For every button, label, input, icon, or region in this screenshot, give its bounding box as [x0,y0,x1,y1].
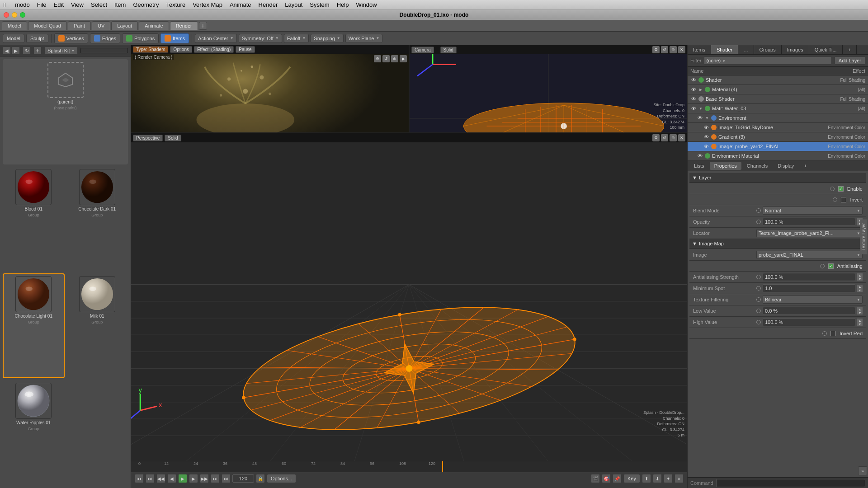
main-icon-4[interactable]: ✕ [678,134,685,141]
shader-row-env-mat[interactable]: 👁 Environment Material Environment Color [688,151,868,161]
work-plane-dropdown[interactable]: Work Plane ▼ [345,34,383,43]
main-icon-3[interactable]: ⊕ [670,134,677,141]
tl-prev[interactable]: ◀◀ [156,474,165,483]
shader-row-base[interactable]: 👁 Base Shader Full Shading [688,94,868,104]
camera-btn[interactable]: Camera [411,47,434,53]
solid-icon-1[interactable]: ⚙ [652,46,660,53]
material-choc-light[interactable]: Chocolate Light 01 Group [3,273,65,379]
rpanel-tab-shader[interactable]: Shader [711,45,738,54]
tab-paint[interactable]: Paint [68,21,91,30]
close-button[interactable] [4,12,9,18]
high-value-input[interactable] [763,318,855,326]
menu-geometry[interactable]: Geometry [133,1,159,8]
tab-model[interactable]: Model [2,21,27,30]
solid-icon-4[interactable]: ✕ [678,46,685,53]
falloff-dropdown[interactable]: Falloff ▼ [284,34,309,43]
expand-material[interactable]: ▶ [698,87,703,92]
high-value-stepper[interactable]: ▲ ▼ [857,319,863,326]
tl-icon-5[interactable]: ⬇ [653,474,662,483]
blend-mode-select[interactable]: Normal ▼ [763,206,863,215]
shader-row-probe[interactable]: 👁 Image: probe_yard2_FINAL Environment C… [688,142,868,151]
minimize-button[interactable] [12,12,17,18]
aa-strength-radio[interactable] [756,275,761,279]
menu-render[interactable]: Render [259,1,278,8]
menu-help[interactable]: Help [337,1,349,8]
expand-env[interactable]: ▼ [705,116,709,120]
tl-prev-key[interactable]: ⏭ [146,474,155,483]
tex-filter-radio[interactable] [756,297,761,302]
eye-trigrid[interactable]: 👁 [703,124,709,131]
material-milk[interactable]: Milk 01 Group [66,273,128,379]
menu-vertex-map[interactable]: Vertex Map [193,1,222,8]
prop-tab-display[interactable]: Display [773,162,798,170]
forward-button[interactable]: ▶ [12,47,20,55]
tab-model-quad[interactable]: Model Quad [28,21,67,30]
tab-uv[interactable]: UV [92,21,110,30]
menu-texture[interactable]: Texture [166,1,185,8]
solid-icon-3[interactable]: ⊕ [670,46,677,53]
shader-row-water[interactable]: 👁 ▼ Matr: Water_03 (all) [688,104,868,113]
low-value-input[interactable] [763,307,855,315]
tl-prev-frame[interactable]: ◀ [167,474,176,483]
menu-edit[interactable]: Edit [54,1,64,8]
eye-env-mat[interactable]: 👁 [697,153,703,159]
parent-item[interactable]: (parent) (base paths) [3,59,128,164]
menu-layout[interactable]: Layout [285,1,302,8]
solid-icon-2[interactable]: ↺ [661,46,668,53]
shader-icon-3[interactable]: ⊕ [391,55,398,62]
invert-red-radio[interactable] [822,331,827,336]
image-select[interactable]: probe_yard2_FINAL ▼ [756,251,863,259]
eye-shader[interactable]: 👁 [690,77,697,83]
menu-system[interactable]: System [310,1,329,8]
locator-select[interactable]: Texture_Image_probe_yard2_FI... ▼ [756,229,863,237]
menu-modo[interactable]: modo [15,1,30,8]
tl-icon-3[interactable]: 📌 [613,474,622,483]
aa-strength-input[interactable] [763,273,855,281]
vertices-button[interactable]: Vertices [54,33,88,43]
shader-icon-2[interactable]: ↺ [382,55,390,62]
add-material-button[interactable]: + [33,47,42,55]
material-blood-01[interactable]: Blood 01 Group [3,166,65,272]
rpanel-tab-items[interactable]: Items [688,45,711,54]
tl-next[interactable]: ▶▶ [200,474,209,483]
invert-red-checkbox[interactable] [830,331,836,336]
timeline-ruler[interactable]: 0 12 24 36 48 60 72 84 96 108 120 [131,461,687,472]
high-value-radio[interactable] [756,320,761,324]
filter-select[interactable]: (none) ▼ [704,56,831,65]
tl-options[interactable]: Options... [267,474,296,483]
perspective-btn[interactable]: Perspective [133,135,163,141]
polygons-button[interactable]: Polygons [122,33,159,43]
eye-water[interactable]: 👁 [690,105,697,112]
back-button[interactable]: ◀ [3,47,11,55]
expand-water[interactable]: ▼ [698,106,703,111]
min-spot-down[interactable]: ▼ [857,288,863,292]
eye-gradient[interactable]: 👁 [703,134,709,140]
symmetry-dropdown[interactable]: Symmetry: Off ▼ [239,34,282,43]
low-value-radio[interactable] [756,309,761,313]
viewport-main[interactable]: Perspective Solid ⚙ ↺ ⊕ ✕ [131,133,687,461]
high-value-down[interactable]: ▼ [857,322,863,326]
refresh-button[interactable]: ↻ [23,47,31,55]
layer-section-header[interactable]: ▼ Layer [689,173,866,183]
rpanel-tab-groups[interactable]: Groups [754,45,782,54]
material-water[interactable]: Water Ripples 01 Group [3,380,65,485]
tab-render[interactable]: Render [170,21,198,30]
enable-checkbox[interactable]: ✓ [838,186,844,192]
min-spot-input[interactable] [763,284,855,292]
kit-selector[interactable]: Splash Kit ▼ [44,47,78,55]
shader-row-env[interactable]: 👁 ▼ Environment [688,113,868,123]
aa-strength-down[interactable]: ▼ [857,277,863,281]
tl-play[interactable]: ▶ [178,474,187,483]
shader-row-trigrid[interactable]: 👁 Image: TriGrid-SkyDome Environment Col… [688,123,868,132]
tl-icon-1[interactable]: 🎬 [591,474,600,483]
main-icon-1[interactable]: ⚙ [652,134,660,141]
min-spot-stepper[interactable]: ▲ ▼ [857,285,863,292]
prop-tab-add[interactable]: + [799,162,811,170]
blend-mode-radio[interactable] [756,208,761,213]
opacity-radio[interactable] [756,220,761,224]
high-value-up[interactable]: ▲ [857,319,863,322]
tl-icon-6[interactable]: ✦ [664,474,673,483]
menu-view[interactable]: View [71,1,84,8]
zoom-slider[interactable] [80,48,128,53]
rpanel-tab-add[interactable]: + [843,45,857,54]
